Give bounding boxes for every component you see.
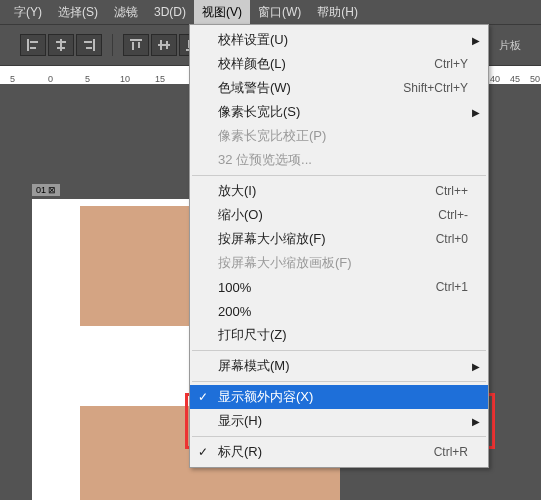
check-icon: ✓: [198, 390, 208, 404]
submenu-arrow-icon: ▶: [472, 416, 480, 427]
menu-item[interactable]: 屏幕模式(M)▶: [190, 354, 488, 378]
menu-help[interactable]: 帮助(H): [309, 0, 366, 25]
align-right-icon[interactable]: [76, 34, 102, 56]
menu-item: 32 位预览选项...: [190, 148, 488, 172]
menu-item-label: 按屏幕大小缩放画板(F): [218, 254, 468, 272]
menu-item-label: 像素长宽比校正(P): [218, 127, 468, 145]
menu-shortcut: Ctrl+R: [434, 445, 468, 459]
menu-shortcut: Shift+Ctrl+Y: [403, 81, 468, 95]
menu-item-label: 32 位预览选项...: [218, 151, 468, 169]
distribute-top-icon[interactable]: [123, 34, 149, 56]
menu-item-label: 放大(I): [218, 182, 435, 200]
menu-item[interactable]: 校样颜色(L)Ctrl+Y: [190, 52, 488, 76]
menu-item[interactable]: 按屏幕大小缩放(F)Ctrl+0: [190, 227, 488, 251]
menu-separator: [192, 381, 486, 382]
align-left-icon[interactable]: [20, 34, 46, 56]
menu-item[interactable]: 200%: [190, 299, 488, 323]
menu-item[interactable]: 像素长宽比(S)▶: [190, 100, 488, 124]
menu-filter[interactable]: 滤镜: [106, 0, 146, 25]
menu-item-label: 校样设置(U): [218, 31, 468, 49]
align-center-h-icon[interactable]: [48, 34, 74, 56]
menu-select[interactable]: 选择(S): [50, 0, 106, 25]
menu-item: 按屏幕大小缩放画板(F): [190, 251, 488, 275]
menu-item[interactable]: 缩小(O)Ctrl+-: [190, 203, 488, 227]
menu-type[interactable]: 字(Y): [6, 0, 50, 25]
menu-separator: [192, 436, 486, 437]
submenu-arrow-icon: ▶: [472, 107, 480, 118]
menu-item-label: 像素长宽比(S): [218, 103, 468, 121]
menu-item-label: 显示(H): [218, 412, 468, 430]
badge-icon: ⊠: [48, 185, 56, 195]
menu-item-label: 打印尺寸(Z): [218, 326, 468, 344]
submenu-arrow-icon: ▶: [472, 35, 480, 46]
menu-window[interactable]: 窗口(W): [250, 0, 309, 25]
menu-item-label: 缩小(O): [218, 206, 438, 224]
menu-item-label: 显示额外内容(X): [218, 388, 468, 406]
menu-item[interactable]: 显示(H)▶: [190, 409, 488, 433]
menu-view[interactable]: 视图(V): [194, 0, 250, 25]
menubar: 字(Y) 选择(S) 滤镜 3D(D) 视图(V) 窗口(W) 帮助(H): [0, 0, 541, 24]
menu-separator: [192, 350, 486, 351]
menu-shortcut: Ctrl+1: [436, 280, 468, 294]
distribute-middle-icon[interactable]: [151, 34, 177, 56]
menu-shortcut: Ctrl+Y: [434, 57, 468, 71]
board-label: 片板: [499, 38, 541, 53]
menu-3d[interactable]: 3D(D): [146, 1, 194, 23]
menu-item-label: 色域警告(W): [218, 79, 403, 97]
menu-separator: [192, 175, 486, 176]
submenu-arrow-icon: ▶: [472, 361, 480, 372]
align-group: [20, 34, 102, 56]
menu-item-label: 按屏幕大小缩放(F): [218, 230, 436, 248]
menu-item-label: 屏幕模式(M): [218, 357, 468, 375]
check-icon: ✓: [198, 445, 208, 459]
view-menu-dropdown: 校样设置(U)▶校样颜色(L)Ctrl+Y色域警告(W)Shift+Ctrl+Y…: [189, 24, 489, 468]
menu-shortcut: Ctrl+0: [436, 232, 468, 246]
menu-item-label: 校样颜色(L): [218, 55, 434, 73]
menu-item[interactable]: ✓显示额外内容(X): [190, 385, 488, 409]
menu-item[interactable]: 放大(I)Ctrl++: [190, 179, 488, 203]
menu-item-label: 标尺(R): [218, 443, 434, 461]
menu-item-label: 100%: [218, 280, 436, 295]
menu-shortcut: Ctrl++: [435, 184, 468, 198]
menu-item: 像素长宽比校正(P): [190, 124, 488, 148]
menu-item[interactable]: 100%Ctrl+1: [190, 275, 488, 299]
menu-item[interactable]: 校样设置(U)▶: [190, 28, 488, 52]
menu-item[interactable]: 色域警告(W)Shift+Ctrl+Y: [190, 76, 488, 100]
menu-item[interactable]: 打印尺寸(Z): [190, 323, 488, 347]
menu-item-label: 200%: [218, 304, 468, 319]
menu-shortcut: Ctrl+-: [438, 208, 468, 222]
menu-item[interactable]: ✓标尺(R)Ctrl+R: [190, 440, 488, 464]
document-tab[interactable]: 01⊠: [32, 184, 60, 196]
